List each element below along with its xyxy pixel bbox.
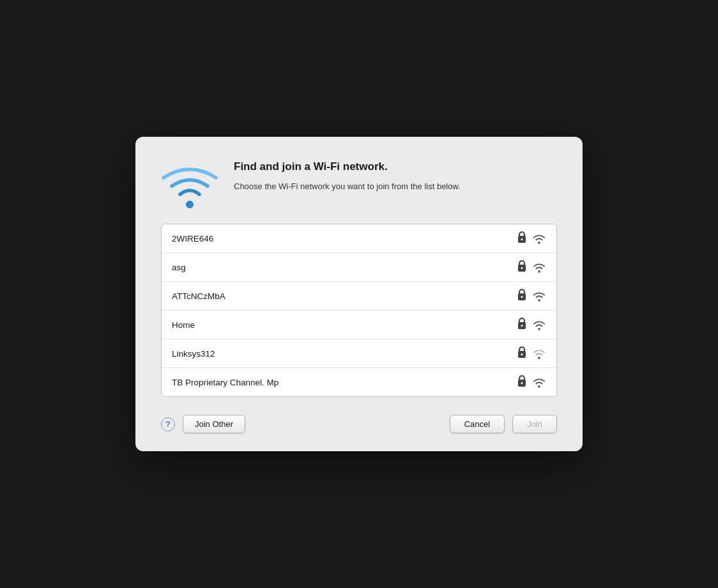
cancel-button[interactable]: Cancel [450, 415, 505, 433]
dialog-footer: ? Join Other Cancel Join [161, 415, 557, 433]
wifi-signal-icon [532, 233, 546, 244]
dialog-description: Choose the Wi-Fi network you want to joi… [234, 180, 557, 193]
network-row[interactable]: asg [162, 253, 556, 282]
network-name: TB Proprietary Channel. Mp [172, 378, 517, 387]
wifi-signal-icon [532, 319, 546, 330]
lock-icon [517, 259, 527, 275]
svg-point-11 [521, 325, 523, 327]
svg-point-18 [538, 385, 540, 388]
svg-point-9 [538, 299, 540, 302]
wifi-signal-icon [532, 376, 546, 388]
join-button[interactable]: Join [512, 415, 557, 433]
lock-icon [517, 375, 527, 390]
network-row[interactable]: 2WIRE646 [162, 224, 556, 253]
lock-icon [517, 346, 527, 361]
lock-icon [517, 317, 527, 332]
svg-point-5 [521, 267, 523, 269]
network-row[interactable]: Home [162, 311, 556, 339]
wifi-big-icon [161, 160, 218, 208]
lock-icon [517, 288, 527, 304]
wifi-dialog: Find and join a Wi-Fi network. Choose th… [135, 137, 583, 451]
svg-point-17 [521, 382, 523, 384]
network-icons [517, 346, 546, 361]
svg-point-15 [538, 357, 540, 359]
wifi-signal-icon [532, 290, 546, 302]
network-row[interactable]: TB Proprietary Channel. Mp [162, 368, 556, 396]
svg-point-2 [521, 238, 523, 240]
network-icons [517, 231, 546, 246]
svg-point-12 [538, 328, 540, 330]
dialog-title: Find and join a Wi-Fi network. [234, 160, 557, 174]
network-icons [517, 288, 546, 304]
network-name: 2WIRE646 [172, 234, 517, 244]
network-list: 2WIRE646 asg ATTcNCzMbA [161, 224, 557, 397]
network-name: Linksys312 [172, 349, 517, 359]
join-other-button[interactable]: Join Other [183, 415, 245, 433]
wifi-signal-icon [532, 261, 546, 273]
network-icons [517, 317, 546, 332]
network-row[interactable]: Linksys312 [162, 339, 556, 368]
svg-point-14 [521, 353, 523, 355]
network-name: Home [172, 320, 517, 330]
svg-point-0 [186, 201, 194, 208]
network-row[interactable]: ATTcNCzMbA [162, 282, 556, 311]
svg-point-6 [538, 270, 540, 273]
help-button[interactable]: ? [161, 417, 175, 431]
dialog-header: Find and join a Wi-Fi network. Choose th… [161, 160, 557, 208]
lock-icon [517, 231, 527, 246]
network-icons [517, 375, 546, 390]
network-name: ATTcNCzMbA [172, 291, 517, 301]
network-icons [517, 259, 546, 275]
wifi-signal-icon [532, 348, 546, 359]
svg-point-8 [521, 296, 523, 298]
header-text: Find and join a Wi-Fi network. Choose th… [234, 160, 557, 193]
network-name: asg [172, 263, 517, 272]
svg-point-3 [538, 242, 540, 244]
